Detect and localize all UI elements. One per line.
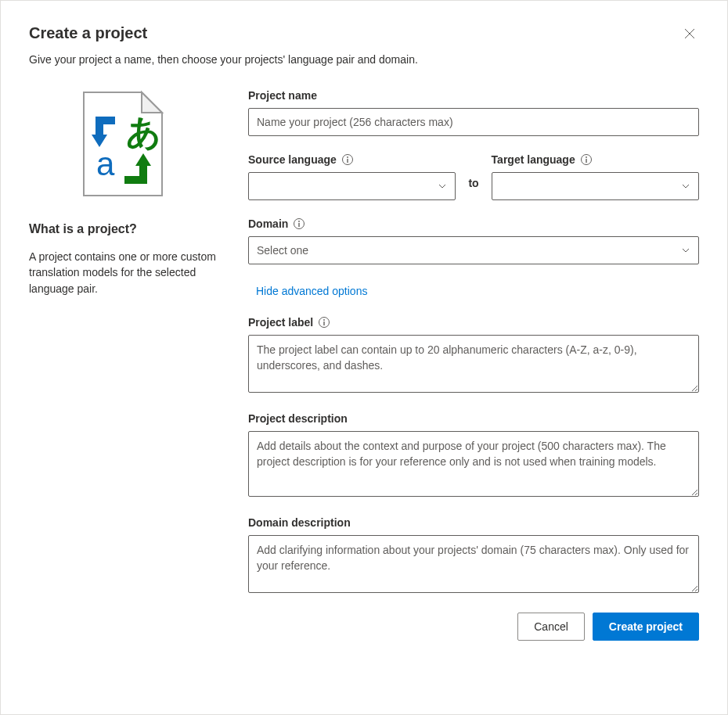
target-language-field: Target language bbox=[492, 153, 699, 200]
cancel-button[interactable]: Cancel bbox=[517, 613, 585, 641]
domain-description-label: Domain description bbox=[248, 516, 351, 529]
project-description-input[interactable] bbox=[248, 431, 699, 497]
dialog-title: Create a project bbox=[29, 24, 147, 42]
domain-field: Domain Select one bbox=[248, 217, 699, 264]
close-icon bbox=[683, 27, 696, 40]
svg-rect-11 bbox=[586, 159, 586, 163]
svg-point-13 bbox=[298, 221, 300, 222]
svg-text:あ: あ bbox=[126, 113, 161, 151]
form: Project name Source language bbox=[248, 89, 699, 641]
project-name-label: Project name bbox=[248, 89, 699, 102]
svg-point-7 bbox=[347, 156, 348, 158]
domain-value: Select one bbox=[257, 244, 308, 257]
svg-marker-1 bbox=[142, 92, 162, 113]
project-description-label: Project description bbox=[248, 412, 348, 425]
project-label-field: Project label bbox=[248, 316, 699, 395]
toggle-advanced-link[interactable]: Hide advanced options bbox=[256, 285, 367, 297]
info-icon[interactable] bbox=[341, 153, 354, 166]
target-language-label: Target language bbox=[492, 153, 575, 166]
source-language-label: Source language bbox=[248, 153, 337, 166]
domain-label: Domain bbox=[248, 217, 288, 230]
project-label-label: Project label bbox=[248, 316, 313, 329]
project-name-input[interactable] bbox=[248, 108, 699, 136]
source-language-field: Source language bbox=[248, 153, 456, 200]
create-project-dialog: Create a project Give your project a nam… bbox=[0, 0, 728, 715]
chevron-down-icon bbox=[681, 181, 690, 191]
svg-rect-8 bbox=[347, 159, 348, 163]
info-icon[interactable] bbox=[293, 217, 305, 230]
project-description-field: Project description bbox=[248, 412, 699, 499]
svg-rect-17 bbox=[324, 322, 325, 325]
domain-description-field: Domain description bbox=[248, 516, 699, 595]
info-heading: What is a project? bbox=[29, 222, 217, 236]
project-name-field: Project name bbox=[248, 89, 699, 136]
chevron-down-icon bbox=[438, 181, 447, 191]
svg-text:a: a bbox=[96, 146, 115, 182]
close-button[interactable] bbox=[680, 24, 699, 43]
language-pair-row: Source language to Target language bbox=[248, 153, 699, 200]
svg-point-16 bbox=[323, 319, 325, 321]
translator-document-icon: あ a bbox=[81, 89, 165, 199]
info-icon[interactable] bbox=[318, 316, 330, 329]
domain-select[interactable]: Select one bbox=[248, 236, 699, 264]
create-project-button[interactable]: Create project bbox=[593, 613, 699, 641]
chevron-down-icon bbox=[681, 246, 690, 255]
target-language-select[interactable] bbox=[492, 172, 699, 200]
svg-point-10 bbox=[586, 156, 587, 158]
dialog-footer: Cancel Create project bbox=[248, 613, 699, 641]
project-label-input[interactable] bbox=[248, 335, 699, 393]
dialog-subtitle: Give your project a name, then choose yo… bbox=[29, 53, 699, 66]
info-sidebar: あ a What is a project? A project contain… bbox=[29, 89, 217, 641]
source-language-select[interactable] bbox=[248, 172, 456, 200]
svg-rect-14 bbox=[299, 223, 300, 227]
to-label: to bbox=[468, 172, 478, 200]
info-icon[interactable] bbox=[580, 153, 593, 166]
domain-description-input[interactable] bbox=[248, 535, 699, 593]
info-body: A project contains one or more custom tr… bbox=[29, 249, 217, 296]
dialog-header: Create a project bbox=[29, 20, 699, 53]
